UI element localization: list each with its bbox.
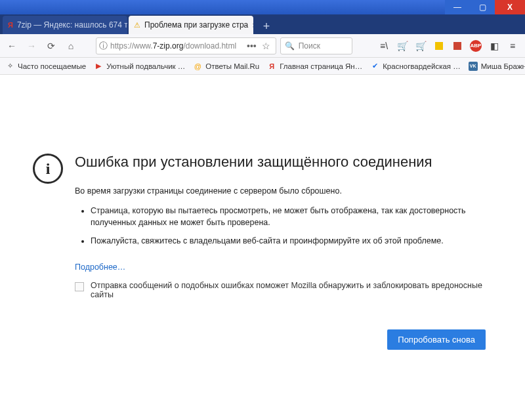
sparkle-icon: ✧	[5, 62, 14, 71]
mailru-icon: @	[193, 62, 202, 71]
bookmark-vk[interactable]: VK Миша Бражников	[469, 62, 525, 71]
bookmark-label: Часто посещаемые	[18, 62, 86, 70]
bookmark-mailru[interactable]: @ Ответы Mail.Ru	[193, 62, 259, 71]
bookmark-youtube[interactable]: ▶ Уютный подвальчик …	[94, 62, 185, 71]
tab-favicon-icon: Я	[8, 20, 13, 30]
adblock-icon[interactable]: ABP	[470, 40, 482, 52]
tab-error-page[interactable]: ⚠ Проблема при загрузке стра ×	[129, 16, 253, 34]
error-page: i Ошибка при установлении защищённого со…	[0, 75, 525, 350]
cart-icon[interactable]: 🛒	[396, 40, 408, 52]
error-lead: Во время загрузки страницы соединение с …	[75, 186, 492, 196]
error-point: Страница, которую вы пытаетесь просмотре…	[91, 205, 492, 228]
reload-button[interactable]: ⟳	[43, 38, 59, 54]
bookmark-frequent[interactable]: ✧ Часто посещаемые	[5, 62, 86, 71]
error-title: Ошибка при установлении защищённого соед…	[75, 154, 492, 171]
search-icon: 🔍	[285, 41, 295, 51]
ext-yellow-icon[interactable]	[433, 40, 445, 52]
site-info-icon[interactable]: ⓘ	[99, 40, 108, 52]
warning-icon: ⚠	[134, 20, 140, 30]
tab-close-icon[interactable]: ×	[252, 20, 253, 30]
youtube-icon: ▶	[94, 62, 103, 71]
yandex-icon: Я	[267, 62, 276, 71]
bookmark-label: Ответы Mail.Ru	[205, 62, 259, 70]
bookmark-label: Миша Бражников	[481, 62, 525, 70]
bookmark-label: Главная страница Ян…	[280, 62, 362, 70]
learn-more-link[interactable]: Подробнее…	[75, 262, 125, 272]
page-actions-icon[interactable]: •••	[247, 41, 257, 51]
tab-yandex[interactable]: Я 7zip — Яндекс: нашлось 674 т ×	[3, 16, 127, 34]
window-titlebar: — ▢ X	[0, 0, 525, 14]
bookmarks-toolbar: ✧ Часто посещаемые ▶ Уютный подвальчик ……	[0, 58, 525, 75]
check-icon: ✔	[370, 62, 379, 71]
bookmark-label: Уютный подвальчик …	[106, 62, 185, 70]
cart-icon[interactable]: 🛒	[415, 40, 427, 52]
bookmark-star-icon[interactable]: ☆	[262, 41, 270, 51]
bookmark-yandex[interactable]: Я Главная страница Ян…	[267, 62, 362, 71]
tab-label: Проблема при загрузке стра	[144, 20, 248, 30]
ext-red-icon[interactable]	[452, 40, 463, 52]
new-tab-button[interactable]: +	[257, 18, 276, 34]
sidebar-icon[interactable]: ◧	[488, 40, 500, 52]
home-button[interactable]: ⌂	[63, 38, 79, 54]
window-close-button[interactable]: X	[495, 0, 525, 14]
vk-icon: VK	[469, 62, 478, 71]
report-row: Отправка сообщений о подобных ошибках по…	[75, 281, 492, 299]
tab-strip: Я 7zip — Яндекс: нашлось 674 т × ⚠ Пробл…	[0, 14, 525, 34]
info-icon: i	[33, 154, 63, 184]
library-icon[interactable]: ≡\	[378, 40, 390, 52]
nav-toolbar: ← → ⟳ ⌂ ⓘ https://www.7-zip.org/download…	[0, 34, 525, 58]
app-menu-button[interactable]: ≡	[507, 40, 518, 52]
bookmark-krasn[interactable]: ✔ Красногвардейская …	[370, 62, 461, 71]
forward-button[interactable]: →	[24, 38, 39, 54]
url-text: https://www.7-zip.org/download.html	[110, 41, 242, 51]
toolbar-extensions: ≡\ 🛒 🛒 ABP ◧ ≡	[378, 40, 521, 52]
error-points: Страница, которую вы пытаетесь просмотре…	[75, 205, 492, 247]
search-bar[interactable]: 🔍 Поиск	[280, 37, 352, 54]
back-button[interactable]: ←	[4, 38, 20, 54]
retry-button[interactable]: Попробовать снова	[387, 329, 486, 350]
report-label: Отправка сообщений о подобных ошибках по…	[91, 281, 492, 299]
window-minimize-button[interactable]: —	[445, 0, 470, 14]
bookmark-label: Красногвардейская …	[383, 62, 461, 70]
search-placeholder: Поиск	[299, 41, 320, 51]
window-maximize-button[interactable]: ▢	[470, 0, 495, 14]
address-bar[interactable]: ⓘ https://www.7-zip.org/download.html ••…	[96, 37, 276, 54]
error-point: Пожалуйста, свяжитесь с владельцами веб-…	[91, 235, 492, 247]
tab-label: 7zip — Яндекс: нашлось 674 т	[17, 20, 127, 30]
report-checkbox[interactable]	[75, 282, 84, 291]
